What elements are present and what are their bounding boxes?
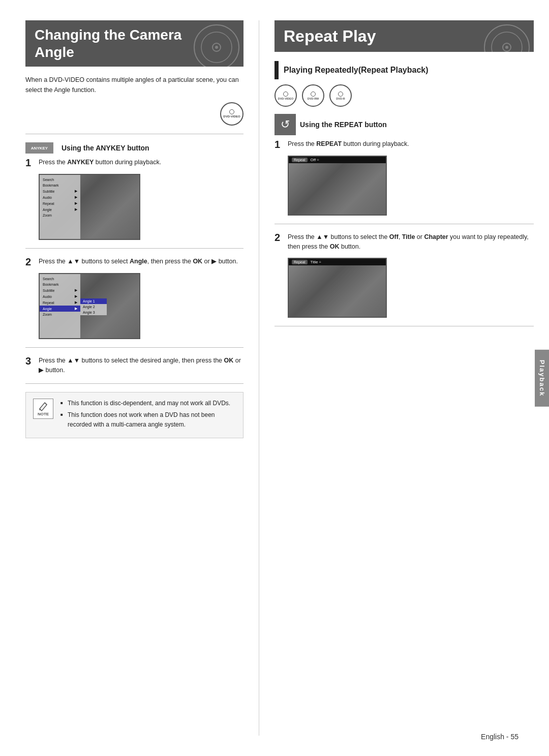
right-step2-num: 2 (274, 232, 284, 243)
svg-point-5 (492, 32, 522, 52)
subsection-bar (274, 61, 279, 79)
submenu-angle1: Angle 1 (80, 298, 107, 304)
left-step2: 2 Press the ▲▼ buttons to select Angle, … (25, 257, 243, 267)
divider-1 (25, 134, 243, 134)
right-step1: 1 Press the REPEAT button during playbac… (274, 139, 534, 149)
note-item-2: This function does not work when a DVD h… (60, 410, 236, 430)
playback-side-tab: Playback (535, 349, 549, 406)
dvd-r-badge: DVD-R (329, 84, 352, 107)
birds-bg-4 (289, 259, 386, 317)
submenu-angle2: Angle 2 (80, 304, 107, 310)
playing-repeatedly-header: Playing Repeatedly(Repeat Playback) (274, 61, 534, 79)
menu2-audio: Audio ▶ (40, 293, 80, 299)
using-repeat-label: Using the REPEAT button (300, 120, 387, 129)
repeat-section-header: ↺ Using the REPEAT button (274, 114, 534, 135)
menu-repeat: Repeat ▶ (40, 200, 80, 206)
menu2-zoom: Zoom (40, 312, 80, 317)
divider-2 (25, 248, 243, 249)
dvd-icons-row: DVD-VIDEO DVD-RW DVD-R (274, 84, 534, 107)
left-step2-num: 2 (25, 257, 35, 267)
dvd-rw-badge: DVD-RW (302, 84, 324, 107)
menu2-search: Search (40, 276, 80, 282)
left-step3-num: 3 (25, 356, 35, 366)
left-intro: When a DVD-VIDEO contains multiple angle… (25, 75, 243, 95)
repeat-symbol: ↺ (281, 118, 290, 131)
left-step1-num: 1 (25, 158, 35, 168)
left-section-header: Changing the Camera Angle (25, 20, 243, 67)
note-section: NOTE This function is disc-dependent, an… (25, 392, 243, 439)
menu-audio: Audio ▶ (40, 194, 80, 200)
right-step2-text: Press the ▲▼ buttons to select the Off, … (288, 232, 534, 252)
menu-subtitle: Subtitle ▶ (40, 188, 80, 194)
left-step1: 1 Press the ANYKEY button during playbac… (25, 158, 243, 168)
osd2-value: Title ÷ (311, 260, 321, 264)
menu-angle: Angle ▶ (40, 206, 80, 213)
right-section-header: Repeat Play (274, 20, 534, 52)
submenu-overlay: Angle 1 Angle 2 Angle 3 (80, 298, 107, 315)
menu-search: Search (40, 177, 80, 183)
menu2-repeat: Repeat ▶ (40, 299, 80, 306)
note-label: NOTE (38, 412, 49, 416)
birds-bg-3 (289, 157, 386, 215)
disc-decoration-left (194, 24, 239, 67)
dvd-video-badge-left: DVD-VIDEO (220, 102, 243, 126)
divider-4 (25, 383, 243, 384)
footer: English - 55 (481, 733, 518, 741)
menu-overlay-2: Search Bookmark Subtitle ▶ Audio ▶ Repea… (40, 274, 80, 338)
anykey-section-header: ANYKEY Using the ANYKEY button (25, 142, 243, 154)
left-step1-text: Press the ANYKEY button during playback. (39, 158, 161, 167)
repeat-icon-badge: ↺ (274, 114, 296, 135)
left-step3: 3 Press the ▲▼ buttons to select the des… (25, 356, 243, 375)
page-container: Changing the Camera Angle When a DVD-VID… (0, 0, 549, 756)
note-item-1: This function is disc-dependent, and may… (60, 399, 236, 408)
right-screen2: Repeat Title ÷ (288, 258, 387, 318)
menu-bookmark: Bookmark (40, 183, 80, 188)
osd-bar-1: Repeat Off ÷ (289, 157, 386, 163)
svg-point-7 (505, 46, 508, 49)
disc-decoration-right (484, 24, 530, 52)
osd1-label: Repeat (292, 158, 308, 162)
right-divider-1 (274, 224, 534, 224)
osd2-label: Repeat (292, 260, 308, 264)
right-divider-2 (274, 326, 534, 326)
submenu-angle3: Angle 3 (80, 310, 107, 315)
osd1-value: Off ÷ (311, 158, 319, 162)
left-step2-text: Press the ▲▼ buttons to select Angle, th… (39, 257, 238, 266)
main-content: Changing the Camera Angle When a DVD-VID… (0, 0, 549, 756)
right-step1-num: 1 (274, 139, 284, 149)
right-screen1: Repeat Off ÷ (288, 156, 387, 216)
note-icon: NOTE (33, 399, 53, 419)
note-pencil-icon (38, 401, 49, 412)
left-step3-text: Press the ▲▼ buttons to select the desir… (39, 356, 243, 375)
left-column: Changing the Camera Angle When a DVD-VID… (25, 20, 259, 736)
note-content: This function is disc-dependent, and may… (60, 399, 236, 432)
left-screen2: Search Bookmark Subtitle ▶ Audio ▶ Repea… (39, 273, 140, 339)
right-column: Repeat Play Playing Repeatedly(Repeat Pl… (259, 20, 534, 736)
right-step1-text: Press the REPEAT button during playback. (288, 139, 409, 149)
osd-bar-2: Repeat Title ÷ (289, 259, 386, 265)
menu2-bookmark: Bookmark (40, 282, 80, 287)
dvd-video-badge: DVD-VIDEO (274, 84, 297, 107)
right-step2: 2 Press the ▲▼ buttons to select the Off… (274, 232, 534, 252)
footer-text: English - 55 (481, 733, 518, 741)
anykey-badge: ANYKEY (25, 142, 53, 154)
using-anykey-label: Using the ANYKEY button (62, 144, 149, 152)
svg-point-3 (215, 46, 218, 49)
menu2-subtitle: Subtitle ▶ (40, 287, 80, 293)
divider-3 (25, 347, 243, 348)
menu-zoom: Zoom (40, 213, 80, 218)
menu2-angle: Angle ▶ (40, 306, 80, 312)
menu-overlay-1: Search Bookmark Subtitle ▶ Audio ▶ Repea… (40, 175, 80, 239)
left-screen1: Search Bookmark Subtitle ▶ Audio ▶ Repea… (39, 174, 140, 240)
side-tab-label: Playback (538, 359, 546, 396)
playing-repeatedly-title: Playing Repeatedly(Repeat Playback) (284, 66, 429, 75)
